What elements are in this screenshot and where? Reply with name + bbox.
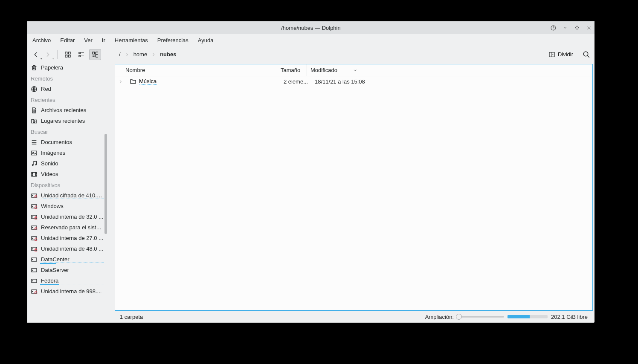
- view-compact-button[interactable]: [75, 49, 87, 60]
- chevron-down-icon: ▾: [41, 57, 42, 61]
- separator: [57, 50, 58, 59]
- menubar: Archivo Editar Ver Ir Herramientas Prefe…: [27, 34, 594, 46]
- back-button[interactable]: ▾: [31, 49, 41, 60]
- crumb-home[interactable]: home: [133, 51, 148, 58]
- svg-rect-2: [65, 52, 67, 54]
- sidebar-device-item[interactable]: Reservado para el siste...: [27, 222, 107, 233]
- menu-herramientas[interactable]: Herramientas: [114, 36, 149, 45]
- file-name: Música: [139, 78, 157, 85]
- toolbar-right: Dividir: [546, 50, 591, 59]
- crumb-nubes[interactable]: nubes: [160, 51, 176, 58]
- zoom-handle[interactable]: [456, 314, 462, 320]
- forward-button[interactable]: ▾: [43, 49, 53, 60]
- svg-rect-14: [32, 151, 37, 155]
- status-summary: 1 carpeta: [120, 314, 143, 320]
- sidebar-device-item[interactable]: DataServer: [27, 265, 107, 275]
- sidebar-device-item[interactable]: Unidad interna de 998....: [27, 286, 107, 297]
- zoom-label: Ampliación:: [425, 314, 454, 320]
- close-icon[interactable]: [586, 25, 592, 31]
- capacity-bar: [40, 284, 59, 285]
- body: Papelera Remotos Red Recientes Archivos …: [27, 62, 594, 323]
- sidebar-section-devices: Dispositivos: [27, 179, 107, 190]
- menu-ir[interactable]: Ir: [101, 36, 106, 45]
- window-title: /home/nubes — Dolphin: [281, 25, 340, 31]
- column-size[interactable]: Tamaño: [277, 64, 307, 76]
- window-controls: [550, 21, 592, 34]
- chevron-down-icon: [353, 68, 357, 72]
- column-modified[interactable]: Modificado: [307, 64, 361, 76]
- svg-rect-4: [65, 55, 67, 57]
- chevron-right-icon: [151, 52, 156, 57]
- sidebar-section-remotes: Remotos: [27, 73, 107, 84]
- network-icon: [31, 86, 38, 92]
- sidebar-device-item[interactable]: DataCenter: [27, 254, 107, 265]
- sidebar-section-recent: Recientes: [27, 94, 107, 105]
- sidebar-item-label: Unidad cifrada de 410.1...: [41, 192, 104, 199]
- svg-point-22: [32, 206, 33, 206]
- svg-point-10: [583, 52, 588, 56]
- zoom-slider[interactable]: [457, 316, 504, 318]
- file-modified: 18/11/21 a las 15:08: [311, 78, 375, 85]
- disk-icon: [31, 267, 38, 274]
- sidebar-device-item[interactable]: Unidad interna de 48.0 ...: [27, 243, 107, 254]
- chevron-right-icon: [125, 52, 129, 57]
- split-button[interactable]: Dividir: [546, 50, 576, 59]
- sidebar-item-label: Unidad interna de 48.0 ...: [41, 246, 104, 252]
- svg-point-34: [32, 270, 33, 270]
- sidebar-device-item[interactable]: Fedora: [27, 275, 107, 286]
- disk-icon: [31, 246, 38, 252]
- folder-recent-icon: [31, 118, 38, 124]
- minimize-icon[interactable]: [562, 25, 568, 31]
- documents-icon: [31, 139, 38, 146]
- sidebar-item-recent-files[interactable]: Archivos recientes: [27, 105, 107, 116]
- column-name[interactable]: Nombre: [115, 64, 277, 76]
- sidebar-device-item[interactable]: Unidad cifrada de 410.1...: [27, 190, 107, 201]
- disk-icon: [31, 256, 38, 263]
- free-space-label: 202.1 GiB libre: [551, 314, 588, 320]
- capacity-bar: [40, 263, 56, 264]
- menu-editar[interactable]: Editar: [59, 36, 75, 45]
- sidebar-item-videos[interactable]: Vídeos: [27, 169, 107, 179]
- file-row[interactable]: Música 2 eleme... 18/11/21 a las 15:08: [115, 76, 592, 87]
- sidebar-section-search: Buscar: [27, 126, 107, 137]
- menu-ver[interactable]: Ver: [83, 36, 93, 45]
- sidebar-item-label: DataServer: [41, 267, 104, 273]
- scrollbar-thumb[interactable]: [104, 134, 107, 234]
- svg-point-17: [35, 164, 37, 165]
- sidebar-item-network[interactable]: Red: [27, 84, 107, 94]
- svg-point-1: [553, 29, 554, 29]
- menu-preferencias[interactable]: Preferencias: [157, 36, 189, 45]
- sidebar-trash[interactable]: Papelera: [27, 62, 107, 73]
- sidebar-item-images[interactable]: Imágenes: [27, 147, 107, 158]
- sidebar-item-label: Vídeos: [41, 171, 104, 177]
- chevron-down-icon: ▾: [52, 57, 54, 61]
- sidebar-item-label: Unidad interna de 27.0 ...: [41, 235, 104, 241]
- view-details-button[interactable]: [89, 49, 101, 60]
- toolbar: ▾ ▾ / home nubes: [27, 46, 594, 62]
- menu-archivo[interactable]: Archivo: [32, 36, 52, 45]
- sidebar-item-label: DataCenter: [41, 256, 104, 263]
- sidebar-device-item[interactable]: Unidad interna de 27.0 ...: [27, 233, 107, 243]
- sidebar-item-label: Unidad interna de 32.0 ...: [41, 214, 104, 220]
- search-button[interactable]: [582, 50, 591, 59]
- sidebar-item-label: Reservado para el siste...: [41, 224, 104, 231]
- file-view[interactable]: Nombre Tamaño Modificado: [115, 64, 593, 311]
- sidebar-device-item[interactable]: Unidad interna de 32.0 ...: [27, 211, 107, 222]
- maximize-icon[interactable]: [574, 25, 580, 31]
- svg-point-28: [32, 238, 33, 238]
- sidebar-item-documents[interactable]: Documentos: [27, 137, 107, 147]
- expand-icon[interactable]: [119, 80, 123, 84]
- sidebar-device-item[interactable]: Windows: [27, 201, 107, 211]
- sidebar-item-recent-places[interactable]: Lugares recientes: [27, 116, 107, 126]
- sidebar-item-sound[interactable]: Sonido: [27, 158, 107, 169]
- view-icons-button[interactable]: [62, 49, 74, 60]
- menu-ayuda[interactable]: Ayuda: [197, 36, 215, 45]
- help-icon[interactable]: [550, 25, 556, 31]
- sidebar[interactable]: Papelera Remotos Red Recientes Archivos …: [27, 62, 107, 323]
- sidebar-item-label: Fedora: [41, 277, 104, 284]
- sidebar-item-label: Documentos: [41, 139, 104, 145]
- sidebar-item-label: Windows: [41, 203, 104, 209]
- file-size: 2 eleme...: [281, 78, 311, 85]
- svg-point-20: [32, 195, 33, 196]
- crumb-root[interactable]: /: [119, 51, 121, 58]
